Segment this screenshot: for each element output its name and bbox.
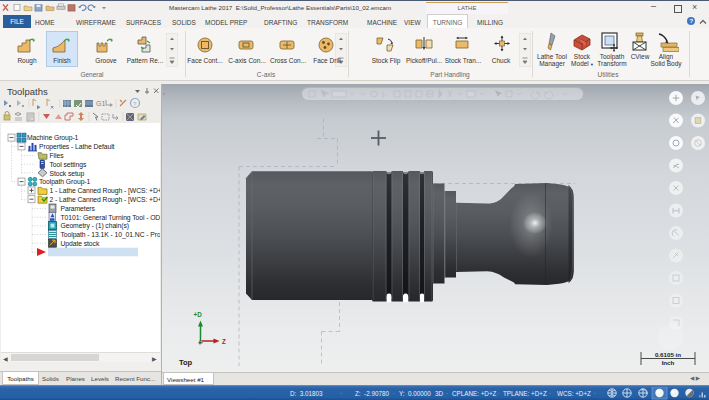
svg-text:Machine Group-1: Machine Group-1 <box>27 134 79 142</box>
svg-text:G1: G1 <box>96 100 105 107</box>
svg-text:Toolpath - 13.1K - 10_01.NC -: Toolpath - 13.1K - 10_01.NC - Progra <box>61 231 161 239</box>
svg-text:Z: Z <box>222 338 226 345</box>
svg-text:Update stock: Update stock <box>61 240 100 248</box>
svg-text:Stock setup: Stock setup <box>50 170 85 178</box>
svg-text:Tool settings: Tool settings <box>50 161 87 169</box>
svg-text:Parameters: Parameters <box>61 205 96 212</box>
svg-text:Files: Files <box>50 152 65 159</box>
svg-text:T0101: General Turning Tool -: T0101: General Turning Tool - OD ROU <box>61 214 161 222</box>
svg-text:0.6105 in: 0.6105 in <box>655 351 681 358</box>
svg-text:Inch: Inch <box>662 359 675 366</box>
svg-text:1 - Lathe Canned Rough - [WCS:: 1 - Lathe Canned Rough - [WCS: +D+Z] - [ <box>50 187 161 195</box>
svg-text:+D: +D <box>194 311 203 318</box>
svg-text:Properties - Lathe Default: Properties - Lathe Default <box>39 143 115 151</box>
svg-text:Top: Top <box>179 358 193 367</box>
svg-text:Geometry - (1) chain(s): Geometry - (1) chain(s) <box>61 222 129 230</box>
svg-text:Toolpath Group-1: Toolpath Group-1 <box>39 178 91 186</box>
svg-text:‹: ‹ <box>163 90 165 96</box>
svg-text:?: ? <box>133 101 137 107</box>
svg-text:2 - Lathe Canned Rough - [WCS:: 2 - Lathe Canned Rough - [WCS: +D+Z] - [ <box>50 196 161 204</box>
